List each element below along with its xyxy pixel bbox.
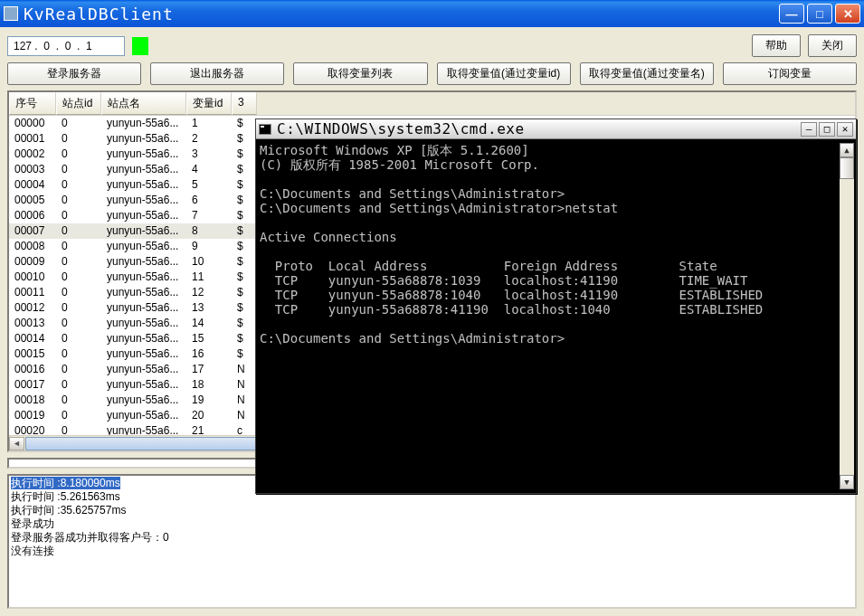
table-cell: 7 xyxy=(186,208,232,223)
table-cell: yunyun-55a6... xyxy=(101,362,186,377)
table-cell: 0 xyxy=(56,208,101,223)
table-cell: 10 xyxy=(186,254,232,270)
table-cell: 18 xyxy=(186,377,232,393)
scroll-left-icon[interactable]: ◄ xyxy=(9,437,24,450)
table-cell: 0 xyxy=(56,285,101,300)
main-titlebar: KvRealDBClient — □ ✕ xyxy=(0,0,864,27)
cmd-close-button[interactable]: ✕ xyxy=(837,122,853,137)
log-line: 登录服务器成功并取得客户号：0 xyxy=(11,531,853,545)
table-header: 序号 站点id 站点名 变量id 3 xyxy=(9,92,855,116)
table-cell: $ xyxy=(232,147,257,162)
table-cell: 00008 xyxy=(9,239,56,254)
table-cell: 5 xyxy=(186,177,232,193)
table-cell: 0 xyxy=(56,331,101,346)
table-cell: $ xyxy=(232,270,257,285)
table-cell: yunyun-55a6... xyxy=(101,162,186,177)
table-cell: 00004 xyxy=(9,177,56,193)
scroll-down-icon[interactable]: ▼ xyxy=(840,475,854,489)
table-cell: N xyxy=(232,393,257,408)
table-cell: 0 xyxy=(56,131,101,147)
cmd-maximize-button[interactable]: □ xyxy=(819,122,835,137)
get-var-by-id-button[interactable]: 取得变量值(通过变量id) xyxy=(437,62,571,85)
table-cell: $ xyxy=(232,300,257,316)
table-cell: 00013 xyxy=(9,316,56,331)
table-cell: 13 xyxy=(186,300,232,316)
get-var-by-name-button[interactable]: 取得变量值(通过变量名) xyxy=(580,62,714,85)
table-cell: 0 xyxy=(56,300,101,316)
table-cell: 00017 xyxy=(9,377,56,393)
table-cell: $ xyxy=(232,316,257,331)
login-server-button[interactable]: 登录服务器 xyxy=(7,62,141,85)
table-cell: N xyxy=(232,408,257,423)
table-cell: 00018 xyxy=(9,393,56,408)
cmd-title-text: C:\WINDOWS\system32\cmd.exe xyxy=(277,120,799,137)
table-cell: 1 xyxy=(186,116,232,131)
table-cell: 00005 xyxy=(9,193,56,208)
table-cell: $ xyxy=(232,193,257,208)
table-cell: 20 xyxy=(186,408,232,423)
table-cell: 0 xyxy=(56,408,101,423)
col-header-var-id[interactable]: 变量id xyxy=(186,92,232,115)
table-cell: 00015 xyxy=(9,346,56,362)
help-button[interactable]: 帮助 xyxy=(752,34,801,57)
table-cell: 15 xyxy=(186,331,232,346)
table-cell: $ xyxy=(232,131,257,147)
table-cell: 00003 xyxy=(9,162,56,177)
top-row: 帮助 关闭 xyxy=(7,34,857,57)
table-cell: 00002 xyxy=(9,147,56,162)
scroll-up-icon[interactable]: ▲ xyxy=(840,143,854,157)
cmd-scroll-thumb[interactable] xyxy=(840,157,854,179)
table-cell: 0 xyxy=(56,254,101,270)
table-cell: 00014 xyxy=(9,331,56,346)
logout-server-button[interactable]: 退出服务器 xyxy=(150,62,284,85)
ip-input[interactable] xyxy=(7,36,125,56)
table-cell: $ xyxy=(232,208,257,223)
cmd-output[interactable]: Microsoft Windows XP [版本 5.1.2600] (C) 版… xyxy=(260,143,840,489)
table-cell: c xyxy=(232,423,257,435)
cmd-vertical-scrollbar[interactable]: ▲ ▼ xyxy=(840,143,854,489)
table-cell: 9 xyxy=(186,239,232,254)
table-cell: 4 xyxy=(186,162,232,177)
minimize-button[interactable]: — xyxy=(779,4,804,24)
table-cell: $ xyxy=(232,223,257,239)
table-cell: 0 xyxy=(56,193,101,208)
col-header-site-id[interactable]: 站点id xyxy=(56,92,101,115)
log-line: 执行时间 :35.625757ms xyxy=(11,504,853,517)
subscribe-var-button[interactable]: 订阅变量 xyxy=(723,62,857,85)
cmd-icon xyxy=(259,124,271,135)
table-cell: 0 xyxy=(56,239,101,254)
table-cell: 12 xyxy=(186,285,232,300)
col-header-rest[interactable]: 3 xyxy=(232,92,257,115)
window-title: KvRealDBClient xyxy=(24,5,776,24)
table-cell: yunyun-55a6... xyxy=(101,270,186,285)
table-cell: $ xyxy=(232,239,257,254)
table-cell: 00011 xyxy=(9,285,56,300)
col-header-site-name[interactable]: 站点名 xyxy=(101,92,186,115)
table-cell: $ xyxy=(232,285,257,300)
cmd-minimize-button[interactable]: — xyxy=(801,122,817,137)
maximize-button[interactable]: □ xyxy=(807,4,832,24)
table-cell: 0 xyxy=(56,270,101,285)
table-cell: yunyun-55a6... xyxy=(101,300,186,316)
table-cell: $ xyxy=(232,331,257,346)
table-cell: 14 xyxy=(186,316,232,331)
close-button[interactable]: ✕ xyxy=(835,4,860,24)
col-header-seq[interactable]: 序号 xyxy=(9,92,56,115)
cmd-titlebar[interactable]: C:\WINDOWS\system32\cmd.exe — □ ✕ xyxy=(256,119,856,139)
table-cell: 00000 xyxy=(9,116,56,131)
table-cell: yunyun-55a6... xyxy=(101,254,186,270)
close-app-button[interactable]: 关闭 xyxy=(808,34,857,57)
cmd-body: Microsoft Windows XP [版本 5.1.2600] (C) 版… xyxy=(256,139,856,493)
table-cell: 00019 xyxy=(9,408,56,423)
table-cell: 00012 xyxy=(9,300,56,316)
table-cell: yunyun-55a6... xyxy=(101,285,186,300)
status-indicator xyxy=(132,37,148,55)
table-cell: 3 xyxy=(186,147,232,162)
table-cell: $ xyxy=(232,177,257,193)
table-cell: 17 xyxy=(186,362,232,377)
get-var-list-button[interactable]: 取得变量列表 xyxy=(293,62,427,85)
table-cell: 11 xyxy=(186,270,232,285)
table-cell: 21 xyxy=(186,423,232,435)
table-cell: yunyun-55a6... xyxy=(101,208,186,223)
log-panel[interactable]: 执行时间 :8.180090ms执行时间 :5.261563ms执行时间 :35… xyxy=(7,474,857,609)
